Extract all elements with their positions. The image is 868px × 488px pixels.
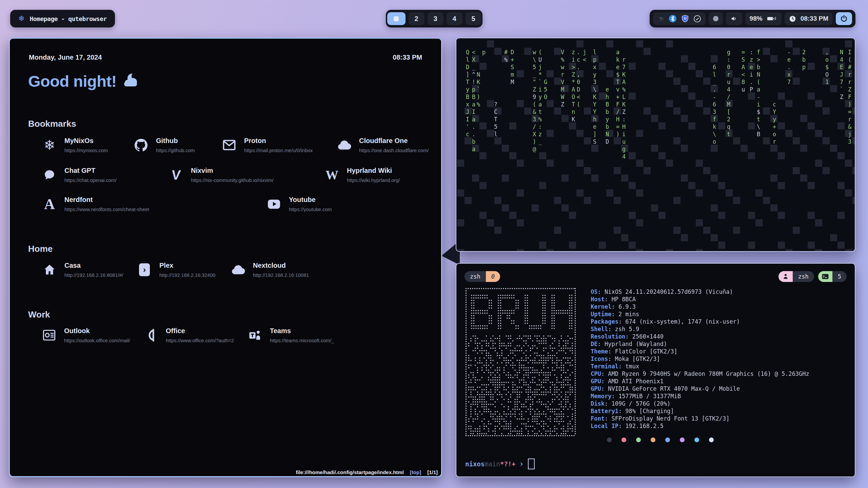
- shell-prompt[interactable]: nixos main *?!+ ›: [465, 459, 535, 469]
- matrix-terminal-window[interactable]: QlD]TyBxJI'c<X_^!pBaIa..baNK`)%p?CT5l#%D…: [456, 38, 855, 252]
- matrix-column: ,o$O1: [824, 48, 830, 86]
- fetch-line: Theme: FlatColor [GTK2/3]: [591, 348, 809, 355]
- system-tray-pill: U 98% 08:33 PM: [650, 10, 855, 27]
- moon-cloud-icon: [123, 74, 142, 89]
- bookmark-item-github[interactable]: Githubhttps://github.com: [133, 136, 195, 154]
- qutebrowser-window[interactable]: Monday, June 17, 2024 08:33 PM Good nigh…: [9, 38, 442, 477]
- tmux-window-index: 0: [486, 271, 500, 282]
- matrix-column: 2bp: [801, 48, 807, 71]
- matrix-column: D+SmM: [509, 48, 515, 86]
- matrix-column: ake$Tv+F/H=): [615, 48, 621, 138]
- nix-snowflake-icon: ❄: [18, 15, 24, 22]
- clock-indicator[interactable]: 08:33 PM: [785, 12, 833, 25]
- tmux-window-count-chip[interactable]: 5: [818, 271, 847, 282]
- matrix-column: N4EJ7`Z: [839, 48, 845, 101]
- workspace-1[interactable]: [387, 12, 406, 25]
- prompt-host: nixos: [465, 460, 485, 468]
- desktop: ❄ Homepage - qutebrowser 2345 U: [0, 0, 868, 488]
- matrix-column: w\5_"Z9(&3/X)@: [531, 48, 537, 153]
- matrix-column: lpxy3\KYYhe]S: [592, 48, 598, 145]
- qutebrowser-statusbar: file:///home/hadi/.config/startpage/inde…: [296, 469, 438, 475]
- tmux-terminal-window[interactable]: zsh 0 zsh 5 OS: Nix: [456, 263, 855, 477]
- home-item-plex[interactable]: › Plexhttp://192.168.2.16:32400: [136, 261, 215, 279]
- palette-dot: [665, 438, 670, 442]
- matrix-column: cYy+or: [771, 101, 777, 145]
- matrix-column: I(#rrZF)=r&j3: [847, 48, 853, 145]
- matrix-rain: QlD]TyBxJI'c<X_^!pBaIa..baNK`)%p?CT5l#%D…: [456, 38, 855, 251]
- workspace-5[interactable]: 5: [466, 12, 481, 25]
- bookmark-item-proton[interactable]: Protonhttps://mail.proton.me/u/0/inbox: [221, 136, 313, 154]
- github-icon: [133, 136, 149, 154]
- record-dot-button[interactable]: [709, 12, 723, 25]
- letter-w-icon: W: [324, 166, 340, 184]
- nix-snowflake-icon: ❄: [41, 136, 58, 154]
- palette-dot: [651, 438, 655, 442]
- power-icon: [840, 15, 848, 23]
- work-item-outlook[interactable]: Outlookhttps://outlook.office.com/mail/: [41, 326, 130, 344]
- workspace-4[interactable]: 4: [447, 12, 462, 25]
- work-item-teams[interactable]: Teamshttps://teams.microsoft.com/_: [247, 326, 334, 344]
- speaker-icon: [730, 15, 738, 22]
- power-button[interactable]: [836, 12, 852, 25]
- matrix-column: ehBbybND: [604, 86, 610, 145]
- matrix-column: 6l_.-63fk\o: [711, 63, 717, 145]
- palette-dot: [694, 438, 699, 442]
- envelope-icon: [221, 136, 237, 154]
- tmux-window-count: 5: [832, 271, 847, 282]
- battery-percentage: 98%: [750, 15, 763, 22]
- letter-a-icon: A: [41, 195, 58, 213]
- matrix-column: p: [481, 48, 487, 56]
- home-item-nextcloud[interactable]: Nextcloudhttp://192.168.2.16:10081: [230, 261, 309, 279]
- cloud-icon: [336, 136, 352, 154]
- clock-time: 08:33 PM: [801, 15, 828, 22]
- check-circle-icon[interactable]: [693, 15, 701, 23]
- bookmark-item-nerdfont[interactable]: A Nerdfonthttps://www.nerdfonts.com/chea…: [41, 195, 149, 213]
- active-workspace-indicator: [394, 16, 399, 21]
- bookmark-item-cloudflare[interactable]: Cloudflare Onehttps://one.dash.cloudflar…: [336, 136, 429, 154]
- outlook-icon: [41, 326, 57, 344]
- tmux-session-name: zsh: [793, 271, 814, 282]
- matrix-column: :zei.P: [748, 48, 754, 93]
- prompt-git-branch: main: [485, 460, 500, 468]
- fetch-line: Shell: zsh 5.9: [591, 325, 809, 333]
- matrix-column: j<: [581, 48, 588, 63]
- terminal-color-palette: [607, 438, 714, 442]
- fetch-line: CPU: AMD Ryzen 9 7940HS w/ Radeon 780M G…: [591, 370, 809, 378]
- bookmark-item-youtube[interactable]: Youtubehttps://youtube.com: [266, 195, 332, 213]
- svg-text:U: U: [684, 16, 686, 20]
- battery-indicator[interactable]: 98%: [745, 12, 782, 25]
- plex-chevron-icon: ›: [136, 261, 153, 279]
- bookmark-item-mynixos[interactable]: ❄ MyNixOshttps://mynixos.com: [41, 136, 108, 154]
- volume-button[interactable]: [726, 12, 742, 25]
- prompt-chevron: ›: [519, 459, 524, 469]
- bookmark-item-hyprland-wiki[interactable]: W Hyprland Wikihttps://wiki.hyprland.org…: [324, 166, 400, 184]
- palette-dot: [636, 438, 641, 442]
- home-item-casa[interactable]: Casahttp://192.168.2.16:8081/#/: [41, 261, 123, 279]
- workspace-3[interactable]: 3: [428, 12, 443, 25]
- statusbar-tab-index: [1/1]: [427, 469, 438, 475]
- bookmark-item-nixvim[interactable]: V Nixvimhttps://nix-community.github.io/…: [168, 166, 274, 184]
- fetch-line: Local IP: 192.168.2.5: [591, 422, 809, 430]
- network-arrows-icon[interactable]: [657, 15, 664, 22]
- tmux-window-chip[interactable]: zsh 0: [465, 271, 500, 282]
- record-dot-icon: [713, 16, 718, 21]
- bookmark-item-chatgpt[interactable]: Chat GPThttps://chat.openai.com/: [41, 166, 117, 184]
- matrix-column: #%: [503, 48, 509, 63]
- workspace-2[interactable]: 2: [409, 12, 425, 25]
- fetch-line: GPU: NVIDIA GeForce RTX 4070 Max-Q / Mob…: [591, 385, 809, 392]
- window-title: Homepage - qutebrowser: [29, 15, 106, 22]
- fetch-line: OS: NixOS 24.11.20240612.57d6973 (Vicuña…: [591, 288, 809, 296]
- bluetooth-icon[interactable]: [669, 15, 677, 23]
- matrix-column: ?CT5l: [493, 101, 499, 138]
- chat-bubble-icon: [41, 166, 58, 184]
- tmux-session-chip[interactable]: zsh: [778, 271, 814, 282]
- fetch-line: Font: SFProDisplay Nerd Font 13 [GTK2/3]: [591, 415, 809, 422]
- fetch-line: Resolution: 868×488: [591, 333, 809, 340]
- fetch-line: DE: Hyprland (Wayland): [591, 340, 809, 348]
- prompt-git-flags: *?!+: [500, 460, 516, 468]
- shield-ublock-icon[interactable]: U: [681, 15, 689, 23]
- palette-dot: [607, 438, 612, 442]
- statusbar-scroll-position: [top]: [410, 469, 421, 475]
- work-item-office[interactable]: Officehttps://www.office.com/?auth=2: [143, 326, 234, 344]
- matrix-column: V%wrVMWZ: [559, 48, 566, 108]
